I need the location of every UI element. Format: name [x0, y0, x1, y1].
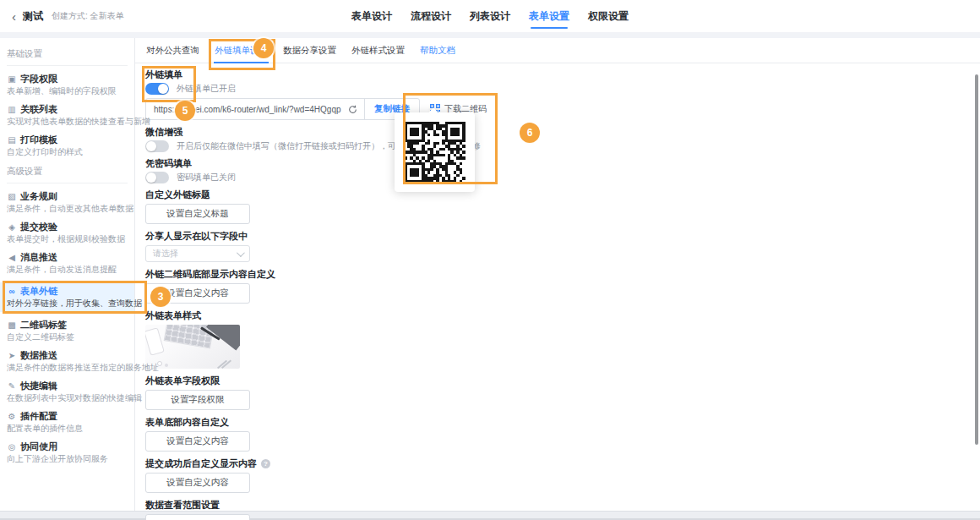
plugin-config-icon: ⚙: [7, 411, 17, 422]
sidebar-item-label: 快捷编辑: [20, 380, 57, 391]
form-style-thumbnail[interactable]: [145, 325, 240, 369]
sidebar-item-business-rule[interactable]: ▧业务规则 满足条件，自动更改其他表单数据: [7, 191, 128, 214]
sidebar-item-desc: 满足条件的数据将推送至指定的服务地址: [7, 363, 128, 373]
sidebar-section-advanced: 高级设置: [7, 166, 128, 183]
sidebar-item-message-push[interactable]: ◀消息推送 满足条件，自动发送消息提醒: [7, 252, 128, 275]
qrcode-label-icon: ▩: [7, 320, 17, 331]
sidebar-item-desc: 向上下游企业开放协同服务: [7, 454, 128, 464]
qrcode-popup: [395, 112, 475, 192]
password-fill-label: 凭密码填单: [145, 158, 980, 169]
form-style-label: 外链表单样式: [145, 310, 980, 321]
message-push-icon: ◀: [7, 252, 17, 263]
nav-tab-form-design[interactable]: 表单设计: [351, 0, 392, 32]
form-link-icon: ∞: [7, 286, 17, 297]
sidebar-item-label: 协同使用: [20, 441, 57, 452]
annotation-step-5: 5: [175, 101, 195, 121]
back-icon[interactable]: ‹: [12, 10, 16, 23]
sidebar-item-label: 二维码标签: [20, 320, 67, 331]
tab-public-query[interactable]: 对外公共查询: [145, 41, 200, 63]
external-link-status: 外链填单已开启: [177, 83, 236, 95]
share-person-placeholder: 请选择: [153, 248, 178, 260]
sidebar-item-form-external-link[interactable]: ∞表单外链 对外分享链接，用于收集、查询数据 3: [0, 282, 134, 312]
sidebar-item-desc: 实现对其他表单数据的快捷查看与新增: [7, 117, 128, 127]
sidebar-item-field-permission[interactable]: ▣字段权限 表单新增、编辑时的字段权限: [7, 74, 128, 96]
sidebar-item-label: 插件配置: [20, 411, 57, 422]
header-divider: [0, 32, 980, 38]
nav-tab-form-settings[interactable]: 表单设置: [529, 0, 569, 32]
set-field-permission-button[interactable]: 设置字段权限: [145, 390, 250, 410]
quick-edit-icon: ✎: [7, 380, 17, 391]
info-icon[interactable]: ?: [261, 459, 270, 468]
sidebar-item-desc: 配置表单的插件信息: [7, 424, 128, 434]
data-scope-label: 数据查看范围设置: [145, 500, 980, 511]
creation-mode-meta: 创建方式: 全新表单: [52, 10, 124, 22]
sidebar-item-collaboration[interactable]: ◎协同使用 向上下游企业开放协同服务: [7, 441, 128, 464]
nav-tab-list-design[interactable]: 列表设计: [470, 0, 510, 32]
print-template-icon: ▤: [7, 134, 17, 145]
sidebar-item-related-list[interactable]: ▥关联列表 实现对其他表单数据的快捷查看与新增: [7, 104, 128, 127]
custom-title-label: 自定义外链标题: [145, 189, 980, 200]
share-person-select[interactable]: 请选择: [145, 245, 250, 262]
vertical-scrollbar[interactable]: [975, 74, 978, 445]
content-tabs: 对外公共查询 外链填单设置 数据分享设置 4 外链样式设置 帮助文档: [135, 38, 980, 63]
sidebar-item-qrcode-label[interactable]: ▩二维码标签 自定义二维码标签: [7, 320, 128, 342]
business-rule-icon: ▧: [7, 191, 17, 202]
tab-data-share-label: 数据分享设置: [283, 45, 336, 55]
top-nav: 表单设计 流程设计 列表设计 表单设置 权限设置: [351, 0, 629, 32]
form-bottom-custom-label: 表单底部内容自定义: [145, 417, 980, 428]
sidebar-item-plugin-config[interactable]: ⚙插件配置 配置表单的插件信息: [7, 411, 128, 434]
settings-content: 对外公共查询 外链填单设置 数据分享设置 4 外链样式设置 帮助文档 外链填单 …: [135, 38, 980, 511]
sidebar-item-desc: 自定义二维码标签: [7, 332, 128, 342]
sidebar-item-print-template[interactable]: ▤打印模板 自定义打印时的样式: [7, 134, 128, 157]
sidebar-item-label: 表单外链: [20, 286, 57, 297]
nav-tab-flow-design[interactable]: 流程设计: [411, 0, 451, 32]
sidebar-item-quick-edit[interactable]: ✎快捷编辑 在数据列表中实现对数据的快捷编辑: [7, 380, 128, 403]
sidebar-item-label: 消息推送: [20, 252, 57, 263]
external-link-section: 外链填单 5: [145, 69, 255, 80]
annotation-step-3: 3: [150, 287, 171, 307]
set-success-content-button[interactable]: 设置自定义内容: [145, 473, 250, 493]
sidebar-item-desc: 表单提交时，根据规则校验数据: [7, 234, 128, 244]
wechat-enhance-toggle[interactable]: [145, 140, 169, 152]
link-field-permission-label: 外链表单字段权限: [145, 375, 980, 386]
data-scope-control[interactable]: [145, 514, 250, 520]
sidebar-item-desc: 在数据列表中实现对数据的快捷编辑: [7, 393, 128, 403]
sidebar-section-basic: 基础设置: [7, 48, 128, 66]
annotation-step-6: 6: [520, 123, 540, 143]
nav-tab-permission-settings[interactable]: 权限设置: [588, 0, 629, 32]
external-link-label: 外链填单: [145, 69, 255, 80]
tab-help-doc[interactable]: 帮助文档: [419, 41, 456, 63]
set-bottom-content-button[interactable]: 设置自定义内容: [145, 431, 250, 452]
annotation-step-4: 4: [253, 38, 274, 58]
tab-external-style[interactable]: 外链样式设置: [351, 41, 406, 63]
app-header: ‹ 测试 创建方式: 全新表单 表单设计 流程设计 列表设计 表单设置 权限设置: [0, 0, 980, 32]
sidebar-item-label: 业务规则: [20, 191, 57, 202]
submit-validation-icon: ◈: [7, 222, 17, 233]
sidebar-item-desc: 对外分享链接，用于收集、查询数据: [7, 298, 128, 309]
field-permission-icon: ▣: [7, 74, 17, 85]
refresh-link-icon[interactable]: [341, 105, 364, 114]
sidebar-item-label: 关联列表: [20, 104, 57, 115]
qr-bottom-custom-label: 外链二维码底部显示内容自定义: [145, 269, 980, 280]
external-link-toggle[interactable]: [145, 83, 169, 95]
sidebar-item-desc: 满足条件，自动发送消息提醒: [7, 265, 128, 275]
related-list-icon: ▥: [7, 104, 17, 115]
password-fill-toggle[interactable]: [145, 172, 169, 183]
sidebar-item-label: 提交校验: [20, 222, 57, 233]
sidebar-item-label: 字段权限: [20, 74, 57, 85]
qr-code-image: [405, 122, 466, 183]
tab-data-share[interactable]: 数据分享设置 4: [282, 41, 337, 63]
settings-sidebar: 基础设置 ▣字段权限 表单新增、编辑时的字段权限 ▥关联列表 实现对其他表单数据…: [0, 38, 135, 511]
sidebar-item-data-push[interactable]: ➤数据推送 满足条件的数据将推送至指定的服务地址: [7, 350, 128, 373]
sidebar-item-submit-validation[interactable]: ◈提交校验 表单提交时，根据规则校验数据: [7, 222, 128, 244]
sidebar-item-desc: 满足条件，自动更改其他表单数据: [7, 204, 128, 214]
set-custom-title-button[interactable]: 设置自定义标题: [145, 204, 250, 224]
sidebar-item-label: 数据推送: [20, 350, 57, 361]
sidebar-item-desc: 表单新增、编辑时的字段权限: [7, 86, 128, 96]
success-custom-label: 提交成功后自定义显示内容: [145, 458, 257, 469]
form-title: 测试: [23, 9, 43, 24]
data-push-icon: ➤: [7, 350, 17, 361]
wechat-enhance-label: 微信增强: [145, 127, 980, 138]
collaboration-icon: ◎: [7, 441, 17, 452]
chevron-down-icon: [237, 249, 245, 257]
